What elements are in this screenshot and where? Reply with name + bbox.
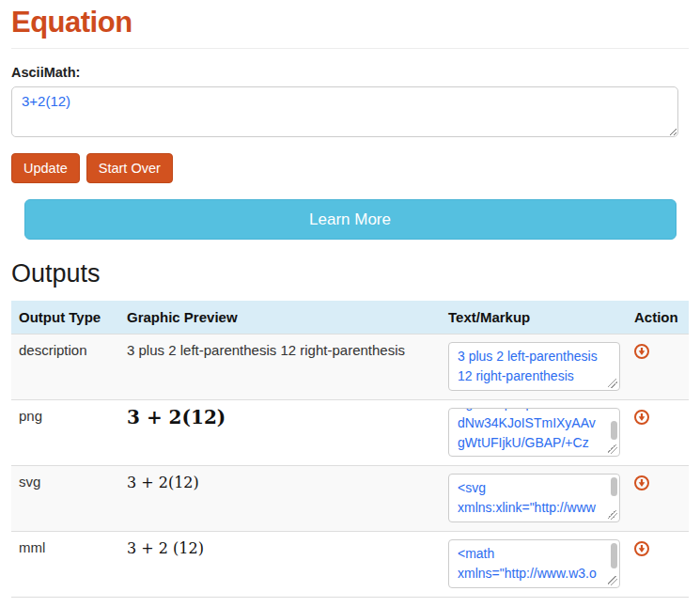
output-type-label: mml	[11, 532, 119, 597]
markup-textarea[interactable]: <svg xmlns:xlink="http://www .w3.org/199…	[448, 474, 620, 522]
markup-line: dNw34KJoISTmIXyAAv	[458, 413, 611, 433]
scrollbar-thumb[interactable]	[611, 477, 617, 496]
column-header-action: Action	[627, 301, 689, 334]
graphic-preview-svg: 3 + 2(12)	[119, 466, 441, 531]
outputs-heading: Outputs	[11, 259, 689, 288]
markup-line: <svg	[458, 478, 611, 498]
resize-grip-icon[interactable]	[608, 576, 617, 585]
resize-grip-icon[interactable]	[608, 444, 617, 454]
markup-line: .w3.org/1999/xlink"	[458, 518, 611, 522]
graphic-preview-description: 3 plus 2 left-parenthesis 12 right-paren…	[119, 335, 441, 399]
learn-more-button[interactable]: Learn More	[24, 199, 677, 240]
page-title: Equation	[11, 6, 689, 49]
markup-textarea[interactable]: <math xmlns="http://www.w3.o rg/1998/Mat…	[448, 539, 620, 588]
table-row-description: description 3 plus 2 left-parenthesis 12…	[11, 334, 689, 399]
output-type-label: description	[11, 335, 119, 399]
markup-line: <math	[458, 544, 611, 564]
markup-line: rg/1998/Math/MathML"	[458, 584, 611, 588]
column-header-text-markup: Text/Markup	[441, 301, 627, 334]
markup-line: 12 right-parenthesis	[458, 366, 611, 386]
markup-line: gWtUFIjkU/GBAP/+Cz	[458, 433, 611, 453]
update-button[interactable]: Update	[11, 153, 80, 183]
download-circle-icon[interactable]	[634, 344, 649, 359]
table-body: description 3 plus 2 left-parenthesis 12…	[11, 334, 689, 597]
output-type-label: svg	[11, 466, 119, 531]
scrollbar-thumb[interactable]	[611, 543, 617, 568]
table-row-png: png 3 + 2(12) FghT2KpUqS+PWtxteI dNw34KJ…	[11, 399, 689, 465]
start-over-button[interactable]: Start Over	[86, 153, 173, 183]
markup-line: CKd6Kk6TzznbxoB0dR31	[458, 453, 611, 457]
scrollbar-thumb[interactable]	[611, 421, 617, 440]
markup-line: xmlns:xlink="http://www	[458, 498, 611, 518]
markup-line: xmlns="http://www.w3.o	[458, 564, 611, 584]
download-circle-icon[interactable]	[634, 475, 649, 490]
page-container: Equation AsciiMath: 3+2(12) Update Start…	[0, 6, 700, 598]
resize-grip-icon[interactable]	[608, 510, 617, 520]
asciimath-input[interactable]: 3+2(12)	[11, 86, 678, 137]
markup-textarea[interactable]: 3 plus 2 left-parenthesis 12 right-paren…	[448, 342, 620, 391]
resize-grip-icon[interactable]	[608, 379, 617, 388]
table-header-row: Output Type Graphic Preview Text/Markup …	[11, 301, 689, 334]
asciimath-label: AsciiMath:	[11, 65, 689, 80]
markup-textarea[interactable]: FghT2KpUqS+PWtxteI dNw34KJoISTmIXyAAv gW…	[448, 408, 620, 457]
column-header-graphic-preview: Graphic Preview	[119, 301, 441, 334]
download-circle-icon[interactable]	[634, 541, 649, 556]
output-type-label: png	[11, 400, 119, 465]
graphic-preview-png: 3 + 2(12)	[119, 398, 441, 465]
column-header-output-type: Output Type	[11, 301, 119, 334]
table-row-mml: mml 3 + 2 (12) <math xmlns="http://www.w…	[11, 531, 689, 597]
markup-line: 3 plus 2 left-parenthesis	[458, 347, 611, 366]
table-row-svg: svg 3 + 2(12) <svg xmlns:xlink="http://w…	[11, 465, 689, 531]
button-row: Update Start Over	[11, 153, 689, 183]
outputs-table: Output Type Graphic Preview Text/Markup …	[11, 301, 689, 598]
graphic-preview-mml: 3 + 2 (12)	[119, 532, 441, 597]
download-circle-icon[interactable]	[634, 410, 649, 425]
